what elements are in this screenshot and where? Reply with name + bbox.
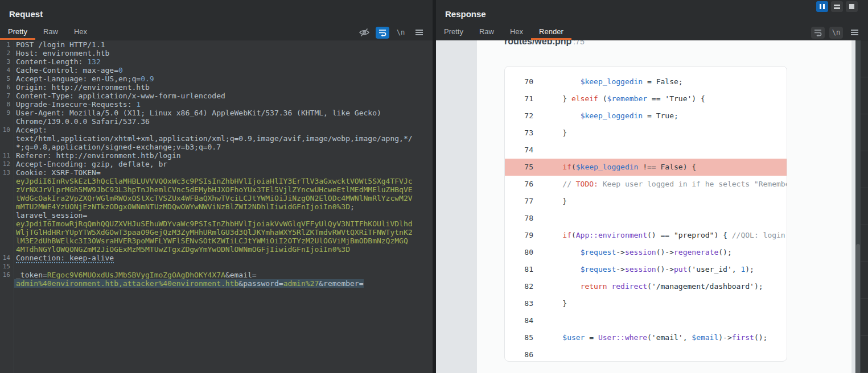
code-line-highlighted: 75 if($keep_loggedin !== False) { [505,159,787,176]
request-line: WljTGlHdHRrYUpYTW5XdGOwT3paaO9GejQzM3ZyM… [0,228,433,237]
request-line: text/html,application/xhtml+xml,applicat… [0,134,433,143]
code-line: 83 } [505,295,787,312]
request-line: 3Content-Length: 132 [0,57,433,66]
request-line: laravel_session= [0,211,433,219]
request-line: 6Origin: http://environment.htb [0,83,433,92]
response-render-area[interactable]: routes/web.php:75 70 $keep_loggedin = Fa… [436,40,868,373]
request-line: Chrome/139.0.0.0 Safari/537.36 [0,117,433,126]
request-line: *;q=0.8,application/signed-exchange;v=b3… [0,143,433,151]
layout-controls [816,1,858,12]
request-line: admin%40environment.htb,attacker%40envir… [0,279,433,288]
code-snippet-card: 70 $keep_loggedin = False;71 } elseif ($… [504,66,787,362]
single-pane-icon[interactable] [846,1,858,12]
render-scrollbar-thumb[interactable] [856,244,860,373]
request-line: 2Host: environment.htb [0,49,433,57]
request-line: tWdGcOakIra2VpZXQrWGlmRWOxOStXcTVSZUx4WF… [0,194,433,202]
tab-raw[interactable]: Raw [35,25,66,40]
request-line: mMTU2MWE4YzUONjEzNTkzODgxOWNmNTUzMDQwOWY… [0,202,433,211]
tab-hex[interactable]: Hex [66,25,95,40]
request-line: zVrNXJrVlprMGh5MW9JbC93L3hpTnJhemlCVnc5d… [0,185,433,194]
response-panel-title: Response [445,9,486,19]
request-line: eyJpdiI6InRvSkEzL3hQcElaMHBLUVVVQOxWc3c9… [0,177,433,185]
request-line: lM3E2dUhBWElkc3I3OWsraHVER3poMWFLYWFlSEN… [0,237,433,245]
gutter-divider [14,40,14,373]
response-panel: Response PrettyRawHexRender \n [436,0,868,373]
code-line: 74 [505,142,787,159]
code-line: 85 $user = User::where('email', $email)-… [505,329,787,346]
request-line: 4Cache-Control: max-age=0 [0,66,433,74]
editor-marker-strip [861,40,868,373]
request-line: 13Cookie: XSRF-TOKEN= [0,168,433,177]
code-line: 76 // TODO: Keep user logged in if he se… [505,176,787,193]
request-line: 16_token=REgoc9V6MUOxdUsJMbSBVygImoZgOAg… [0,271,433,279]
request-line: 1POST /login HTTP/1.1 [0,40,433,49]
wrap-lines-icon[interactable] [376,27,389,39]
error-file-path: routes/web.php [504,40,571,46]
response-tab-bar: PrettyRawHexRender \n [436,25,868,40]
request-tab-bar: PrettyRawHex \n [0,25,433,40]
request-line: 4MTdhNGYlOWQONGZmM2JiOGExMzM5MTUwZTgxZDg… [0,245,433,254]
code-line: 73 } [505,125,787,142]
code-line: 84 [505,312,787,329]
request-line: 8Upgrade-Insecure-Requests: 1 [0,100,433,109]
request-line: eyJpdiI6ImowRjRqQmhQQUZXVHJuSEhuWDYvaWc9… [0,219,433,228]
request-line: 10Accept: [0,126,433,134]
tab-pretty[interactable]: Pretty [436,25,471,40]
newline-markers-label: \n [397,28,405,36]
code-line: 86 [505,346,787,362]
request-panel-title: Request [9,9,43,19]
code-line: 77 } [505,193,787,210]
request-line: 14Connection: keep-alive [0,254,433,262]
newline-markers-icon[interactable]: \n [829,27,843,39]
newline-markers-label: \n [832,28,840,36]
request-panel: Request PrettyRawHex [0,0,433,373]
error-file-line: :75 [573,40,584,46]
editor-menu-icon[interactable] [848,27,861,39]
code-line: 79 if(App::environment() == "preprod") {… [505,227,787,244]
tab-hex[interactable]: Hex [502,25,531,40]
code-line: 71 } elseif ($remember == 'True') { [505,90,787,107]
code-line: 72 $keep_loggedin = True; [505,107,787,125]
pause-icon[interactable] [816,1,828,12]
request-line: 5Accept-Language: en-US,en;q=0.9 [0,74,433,83]
hide-nonprintable-icon[interactable] [357,27,371,39]
editor-menu-icon[interactable] [412,27,426,39]
response-editor-toolbar: \n [811,25,868,40]
code-line: 78 [505,210,787,227]
request-line: 12Accept-Encoding: gzip, deflate, br [0,160,433,168]
code-line: 70 $keep_loggedin = False; [505,73,787,90]
tab-render[interactable]: Render [531,25,571,40]
request-editor[interactable]: 1POST /login HTTP/1.12Host: environment.… [0,40,433,373]
request-line: 11Referer: http://environment.htb/login [0,151,433,160]
code-line: 80 $request->session()->regenerate(); [505,244,787,261]
tab-raw[interactable]: Raw [471,25,502,40]
request-line: 15 [0,262,433,271]
request-editor-toolbar: \n [357,25,433,40]
request-line: 7Content-Type: application/x-www-form-ur… [0,92,433,100]
rendered-error-page: routes/web.php:75 70 $keep_loggedin = Fa… [477,40,851,373]
tab-pretty[interactable]: Pretty [0,25,35,40]
render-scrollbar[interactable] [855,40,861,373]
burp-message-editor-view: Request PrettyRawHex [0,0,868,373]
request-line: 9User-Agent: Mozilla/5.0 (X11; Linux x86… [0,109,433,117]
code-line: 82 return redirect('/management/dashboar… [505,278,787,295]
wrap-lines-icon[interactable] [811,27,825,39]
horizontal-split-icon[interactable] [831,1,843,12]
newline-markers-icon[interactable]: \n [394,27,408,39]
error-file-header: routes/web.php:75 [504,40,585,47]
code-line: 81 $request->session()->put('user_id', 1… [505,261,787,278]
